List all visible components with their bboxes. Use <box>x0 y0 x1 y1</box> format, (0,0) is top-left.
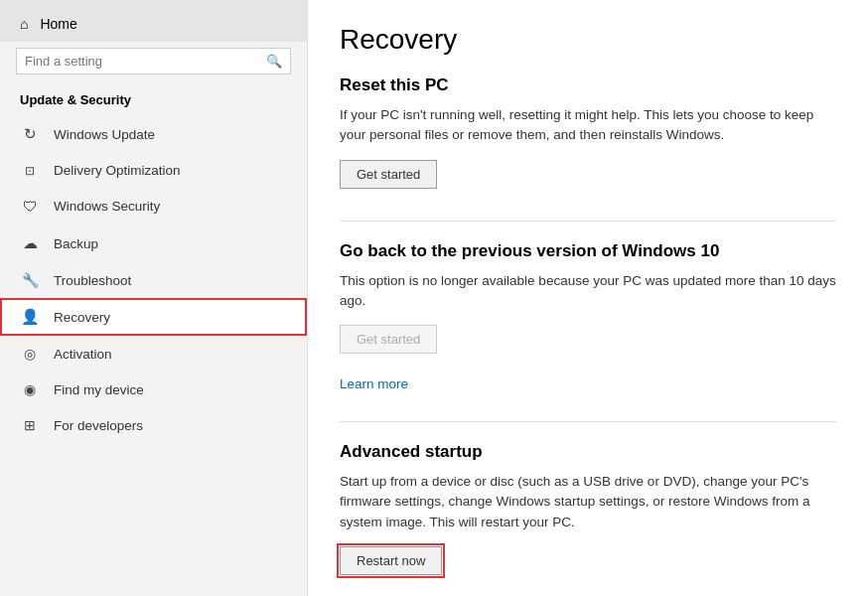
sidebar-item-troubleshoot[interactable]: 🔧 Troubleshoot <box>0 262 307 298</box>
sidebar-item-label: For developers <box>54 418 143 433</box>
developers-icon: ⊞ <box>20 417 40 433</box>
sidebar-item-find-my-device[interactable]: ◉ Find my device <box>0 372 307 407</box>
search-box: 🔍 <box>16 48 291 74</box>
sidebar-item-backup[interactable]: ☁ Backup <box>0 224 307 262</box>
sidebar-item-label: Find my device <box>54 382 144 397</box>
reset-pc-section: Reset this PC If your PC isn't running w… <box>340 75 836 211</box>
sidebar-home[interactable]: Home <box>0 0 307 42</box>
sidebar-item-windows-security[interactable]: 🛡 Windows Security <box>0 188 307 224</box>
activation-icon: ◎ <box>20 346 40 362</box>
restart-now-button[interactable]: Restart now <box>340 546 442 575</box>
section-title: Update & Security <box>0 88 307 115</box>
go-back-title: Go back to the previous version of Windo… <box>340 241 836 261</box>
sidebar-item-label: Windows Update <box>54 127 155 142</box>
go-back-section: Go back to the previous version of Windo… <box>340 241 836 412</box>
security-icon: 🛡 <box>20 198 40 215</box>
recovery-icon: 👤 <box>20 308 40 326</box>
sidebar-item-delivery-optimization[interactable]: ⊡ Delivery Optimization <box>0 153 307 188</box>
sidebar-item-recovery[interactable]: 👤 Recovery <box>0 298 307 336</box>
go-back-button[interactable]: Get started <box>340 325 437 354</box>
home-label: Home <box>40 16 76 32</box>
reset-pc-title: Reset this PC <box>340 75 836 95</box>
learn-more-link[interactable]: Learn more <box>340 376 408 391</box>
backup-icon: ☁ <box>20 234 40 252</box>
reset-pc-desc: If your PC isn't running well, resetting… <box>340 105 836 146</box>
divider-1 <box>340 221 836 222</box>
search-input[interactable] <box>25 54 266 69</box>
delivery-icon: ⊡ <box>20 164 40 178</box>
sidebar-item-label: Troubleshoot <box>54 273 131 288</box>
go-back-desc: This option is no longer available becau… <box>340 271 836 312</box>
sidebar-item-windows-update[interactable]: Windows Update <box>0 115 307 153</box>
sidebar: Home 🔍 Update & Security Windows Update … <box>0 0 308 596</box>
sidebar-item-label: Delivery Optimization <box>54 163 181 178</box>
page-title: Recovery <box>340 24 836 56</box>
sidebar-item-activation[interactable]: ◎ Activation <box>0 336 307 372</box>
home-icon <box>20 16 28 32</box>
troubleshoot-icon: 🔧 <box>20 272 40 288</box>
sidebar-item-label: Backup <box>54 236 98 251</box>
advanced-startup-title: Advanced startup <box>340 442 836 462</box>
find-device-icon: ◉ <box>20 381 40 397</box>
advanced-startup-section: Advanced startup Start up from a device … <box>340 442 836 596</box>
advanced-startup-desc: Start up from a device or disc (such as … <box>340 472 836 532</box>
divider-2 <box>340 421 836 422</box>
sidebar-item-label: Activation <box>54 347 112 362</box>
update-icon <box>20 125 40 143</box>
search-icon: 🔍 <box>266 54 282 69</box>
sidebar-item-label: Windows Security <box>54 199 160 214</box>
reset-pc-button[interactable]: Get started <box>340 160 437 189</box>
sidebar-item-for-developers[interactable]: ⊞ For developers <box>0 407 307 443</box>
main-content: Recovery Reset this PC If your PC isn't … <box>308 0 868 596</box>
sidebar-item-label: Recovery <box>54 310 110 325</box>
